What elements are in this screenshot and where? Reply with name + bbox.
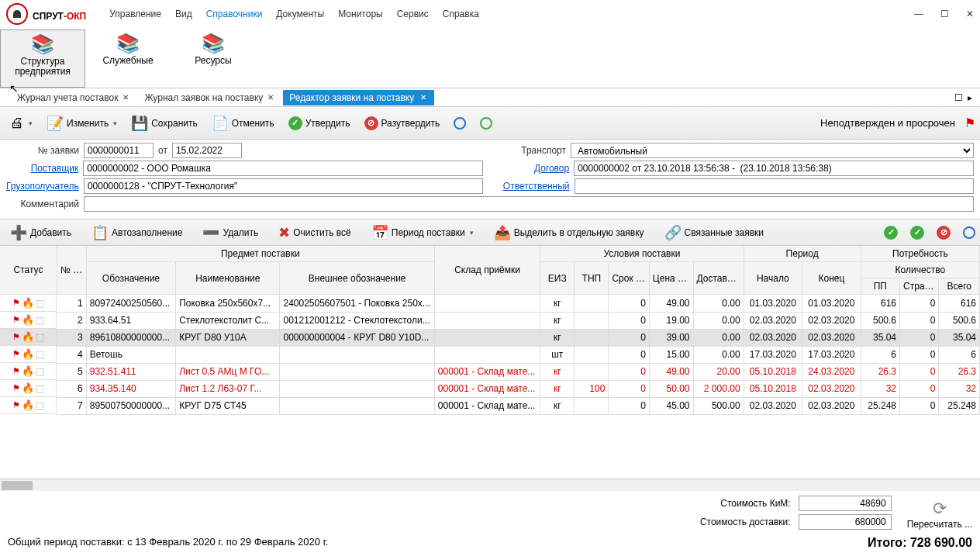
- tab-close-icon[interactable]: ✕: [267, 93, 274, 102]
- blue-circle-button[interactable]: [448, 113, 471, 133]
- group-icon: ⬚: [36, 298, 44, 309]
- table-row[interactable]: ⚑🔥⬚4Ветошьшт015.000.0017.03.202017.03.20…: [0, 346, 980, 363]
- col-desig[interactable]: Обозначение: [86, 262, 175, 295]
- cost-kim-value[interactable]: [799, 496, 892, 511]
- cost-ship-label: Стоимость доставки:: [700, 517, 791, 527]
- menu-item[interactable]: Справочники: [206, 9, 263, 19]
- consignee-input[interactable]: [84, 178, 484, 194]
- supplier-input[interactable]: [83, 161, 483, 176]
- menu-item[interactable]: Сервис: [397, 9, 429, 19]
- clear-button[interactable]: ✖Очистить всё: [273, 220, 356, 245]
- flag-icon: ⚑: [12, 349, 20, 359]
- book-icon: 📚: [202, 33, 225, 54]
- fire-icon: 🔥: [22, 314, 34, 326]
- period-summary: Общий период поставки: с 13 Февраль 2020…: [8, 536, 328, 550]
- contract-label[interactable]: Договор: [492, 163, 569, 174]
- contract-input[interactable]: [574, 161, 974, 176]
- horizontal-scrollbar[interactable]: [0, 479, 980, 491]
- menu-item[interactable]: Мониторы: [338, 9, 382, 19]
- recalculate-button[interactable]: ⟳ Пересчитать ...: [907, 499, 972, 530]
- maximize-icon[interactable]: ☐: [940, 9, 949, 19]
- responsible-label[interactable]: Ответственный: [492, 181, 569, 192]
- separate-button[interactable]: 📤Выделить в отдельную заявку: [488, 220, 650, 245]
- col-start[interactable]: Начало: [744, 262, 802, 295]
- consignee-label[interactable]: Грузополучатель: [6, 181, 79, 192]
- related-button[interactable]: 🔗Связанные заявки: [659, 220, 769, 245]
- col-total[interactable]: Всего: [939, 278, 980, 295]
- col-safety[interactable]: Страховой...: [900, 278, 939, 295]
- autofill-button[interactable]: 📋Автозаполнение: [86, 220, 188, 245]
- flag-icon: ⚑: [12, 298, 20, 308]
- flag-icon: ⚑: [12, 315, 20, 325]
- col-extdesig[interactable]: Внешнее обозначение: [280, 262, 434, 295]
- menu-item[interactable]: Вид: [175, 9, 192, 19]
- tab-arrow-icon[interactable]: ▸: [968, 92, 972, 103]
- tab-maximize-icon[interactable]: ☐: [954, 92, 963, 103]
- responsible-input[interactable]: [575, 178, 975, 194]
- ribbon-item[interactable]: 📚Ресурсы: [171, 29, 256, 88]
- flag-icon: ⚑: [12, 366, 20, 376]
- table-row[interactable]: ⚑🔥⬚6934.35.140Лист 1.2 Л63-07 Г...000001…: [0, 380, 980, 397]
- table-row[interactable]: ⚑🔥⬚180972400250560...Поковка 250x560x7..…: [0, 295, 980, 313]
- minimize-icon[interactable]: —: [914, 9, 923, 19]
- col-pp[interactable]: ПП: [861, 278, 899, 295]
- delete-button[interactable]: ➖Удалить: [197, 220, 264, 245]
- request-number-input[interactable]: [84, 143, 154, 158]
- add-button[interactable]: ➕Добавить: [5, 220, 77, 245]
- unapprove-button[interactable]: ⊘Разутвердить: [359, 112, 446, 134]
- colgroup-terms: Условия поставки: [540, 246, 744, 262]
- menu-item[interactable]: Документы: [276, 9, 324, 19]
- col-tnp[interactable]: ТНП: [575, 262, 609, 295]
- ribbon-item[interactable]: 📚Структурапредприятия: [0, 29, 85, 88]
- edit-button[interactable]: 📝Изменить▾: [41, 111, 122, 136]
- approve-button[interactable]: ✓Утвердить: [283, 112, 356, 134]
- col-leadtime[interactable]: Срок поставки, дн.: [609, 262, 649, 295]
- print-button[interactable]: 🖨▾: [5, 111, 38, 135]
- ribbon-item[interactable]: 📚Служебные: [85, 29, 171, 88]
- book-icon: 📚: [31, 33, 54, 55]
- table-row[interactable]: ⚑🔥⬚789500750000000...КРУГ D75 СТ45000001…: [0, 397, 980, 414]
- table-row[interactable]: ⚑🔥⬚389610800000000...КРУГ D80 У10А000000…: [0, 329, 980, 346]
- colgroup-need: Потребность: [861, 246, 979, 262]
- col-shipping[interactable]: Доставка ТНП: [693, 262, 744, 295]
- cancel-button[interactable]: 📄Отменить: [206, 111, 280, 136]
- footer: Стоимость КиМ: Стоимость доставки: ⟳ Пер…: [0, 491, 980, 553]
- green-circle-button[interactable]: [474, 113, 498, 133]
- col-npp[interactable]: № п/п: [57, 246, 86, 295]
- group-icon: ⬚: [36, 349, 44, 360]
- col-name[interactable]: Наименование: [176, 262, 280, 295]
- document-tab[interactable]: Редактор заявки на поставку✕: [283, 90, 434, 105]
- save-button[interactable]: 💾Сохранить: [126, 111, 203, 136]
- from-date-input[interactable]: [172, 143, 242, 158]
- check-icon: ✓: [288, 116, 302, 130]
- form-header: № заявки от Транспорт Автомобильный Пост…: [0, 140, 980, 219]
- table-row[interactable]: ⚑🔥⬚5932.51.411Лист 0.5 АМц М ГО...000001…: [0, 363, 980, 380]
- menu-item[interactable]: Управление: [109, 9, 161, 19]
- tab-close-icon[interactable]: ✕: [419, 93, 428, 102]
- menu-item[interactable]: Справка: [443, 9, 479, 19]
- cost-ship-value[interactable]: [799, 514, 892, 530]
- supplier-label[interactable]: Поставщик: [6, 163, 78, 174]
- group-icon: ⬚: [36, 400, 44, 411]
- close-icon[interactable]: ✕: [966, 9, 974, 19]
- ok-icon[interactable]: ✓: [884, 226, 898, 240]
- tab-close-icon[interactable]: ✕: [122, 93, 129, 102]
- col-end[interactable]: Конец: [802, 262, 861, 295]
- table-row[interactable]: ⚑🔥⬚2933.64.51Стеклотекстолит С...0012120…: [0, 312, 980, 329]
- document-tab[interactable]: Журнал заявок на поставку✕: [138, 90, 280, 105]
- printer-icon: 🖨: [10, 115, 24, 131]
- fire-icon: 🔥: [22, 382, 34, 394]
- col-status[interactable]: Статус: [0, 246, 57, 295]
- col-eiz[interactable]: ЕИЗ: [540, 262, 575, 295]
- blue-ring-icon[interactable]: [963, 226, 975, 239]
- app-logo: [6, 3, 28, 25]
- col-warehouse[interactable]: Склад приёмки: [434, 246, 540, 295]
- group-icon: ⬚: [36, 366, 44, 377]
- col-price[interactable]: Цена за ЕИЗ: [649, 262, 693, 295]
- deny2-icon[interactable]: ⊘: [937, 226, 951, 240]
- comment-input[interactable]: [84, 196, 974, 212]
- transport-select[interactable]: Автомобильный: [571, 143, 974, 158]
- document-tab[interactable]: Журнал учета поставок✕: [11, 90, 135, 105]
- ok2-icon[interactable]: ✓: [910, 226, 924, 240]
- period-button[interactable]: 📅Период поставки▾: [366, 220, 479, 245]
